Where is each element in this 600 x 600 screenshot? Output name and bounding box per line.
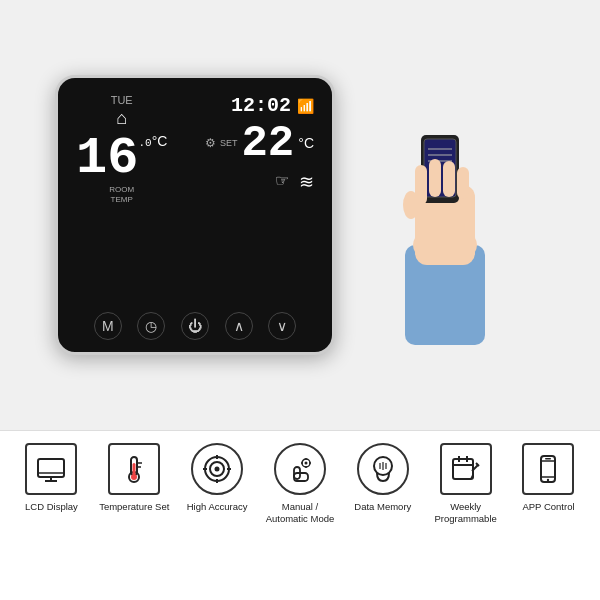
- room-temp-label: ROOM TEMP: [109, 185, 134, 204]
- left-panel: TUE ⌂ 16 .0 °C ROOM TEMP: [76, 94, 167, 204]
- room-temp-decimal: .0: [138, 137, 151, 149]
- right-panel: 12:02 📶 ⚙ SET 22 °C ☞ ≋: [205, 94, 314, 193]
- timer-button[interactable]: ◷: [137, 312, 165, 340]
- svg-rect-50: [541, 456, 555, 482]
- control-buttons-row: M ◷ ⏻ ∧ ∨: [76, 306, 314, 340]
- phone-icon: [532, 453, 564, 485]
- hand-gear-icon: [284, 453, 316, 485]
- target-icon-circle: [191, 443, 243, 495]
- top-section: TUE ⌂ 16 .0 °C ROOM TEMP: [0, 0, 600, 430]
- high-accuracy-label: High Accuracy: [187, 501, 248, 513]
- svg-rect-12: [457, 167, 469, 199]
- features-section: LCD Display Temperature Set: [0, 430, 600, 600]
- hand-touch-icon: ☞: [275, 171, 289, 193]
- hand-section: [345, 75, 545, 355]
- feature-lcd-display: LCD Display: [12, 443, 90, 513]
- feature-manual-auto: Manual / Automatic Mode: [261, 443, 339, 526]
- thermometer-icon: [118, 453, 150, 485]
- svg-rect-11: [443, 161, 455, 197]
- manual-auto-label: Manual / Automatic Mode: [266, 501, 335, 526]
- svg-point-34: [304, 462, 307, 465]
- time-display: 12:02: [231, 94, 291, 117]
- brain-icon: [367, 453, 399, 485]
- svg-point-53: [547, 479, 549, 481]
- thermostat-device: TUE ⌂ 16 .0 °C ROOM TEMP: [55, 75, 335, 355]
- day-label: TUE: [76, 94, 167, 106]
- heat-wavy-icon: ≋: [299, 171, 314, 193]
- svg-point-13: [403, 191, 419, 219]
- data-memory-label: Data Memory: [354, 501, 411, 513]
- up-button[interactable]: ∧: [225, 312, 253, 340]
- feature-weekly-prog: Weekly Programmable: [427, 443, 505, 526]
- mode-button[interactable]: M: [94, 312, 122, 340]
- hand-gear-icon-circle: [274, 443, 326, 495]
- temp-set-label: Temperature Set: [99, 501, 169, 513]
- power-button[interactable]: ⏻: [181, 312, 209, 340]
- feature-data-memory: Data Memory: [344, 443, 422, 513]
- feature-high-accuracy: High Accuracy: [178, 443, 256, 513]
- thermostat-top: TUE ⌂ 16 .0 °C ROOM TEMP: [76, 94, 314, 204]
- svg-point-26: [215, 467, 220, 472]
- svg-rect-43: [453, 459, 473, 479]
- calendar-pen-icon: [450, 453, 482, 485]
- main-container: TUE ⌂ 16 .0 °C ROOM TEMP: [0, 0, 600, 600]
- set-label: SET: [220, 138, 238, 148]
- brain-icon-circle: [357, 443, 409, 495]
- svg-rect-54: [545, 458, 551, 460]
- calendar-pen-icon-box: [440, 443, 492, 495]
- mode-icons: ☞ ≋: [275, 171, 314, 193]
- wifi-icon: 📶: [297, 98, 314, 114]
- lcd-icon-box: [25, 443, 77, 495]
- room-temp-unit: °C: [152, 133, 168, 149]
- svg-rect-14: [38, 459, 64, 477]
- app-control-label: APP Control: [522, 501, 574, 513]
- feature-app-control: APP Control: [509, 443, 587, 513]
- phone-icon-box: [522, 443, 574, 495]
- lcd-icon: [35, 453, 67, 485]
- set-temp-unit: °C: [298, 135, 314, 151]
- set-temp-row: ⚙ SET 22 °C: [205, 121, 314, 165]
- hand-illustration: [365, 85, 525, 345]
- down-button[interactable]: ∨: [268, 312, 296, 340]
- feature-temp-set: Temperature Set: [95, 443, 173, 513]
- svg-rect-10: [429, 159, 441, 197]
- room-temp-area: ⌂ 16 .0 °C ROOM TEMP: [76, 108, 167, 204]
- home-icon: ⌂: [116, 108, 127, 129]
- target-icon: [201, 453, 233, 485]
- weekly-prog-label: Weekly Programmable: [434, 501, 496, 526]
- set-temp-value: 22: [241, 121, 294, 165]
- svg-point-21: [131, 474, 137, 480]
- gear-icon-display: ⚙: [205, 136, 216, 150]
- thermometer-icon-box: [108, 443, 160, 495]
- svg-rect-20: [133, 463, 136, 475]
- time-wifi-row: 12:02 📶: [231, 94, 314, 117]
- room-temp-value: 16: [76, 133, 138, 185]
- lcd-display-label: LCD Display: [25, 501, 78, 513]
